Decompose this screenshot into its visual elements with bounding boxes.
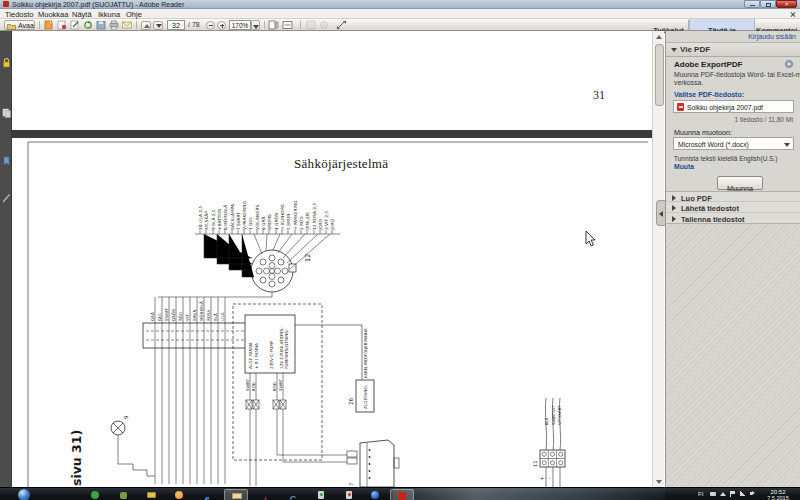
- close-button[interactable]: ×: [776, 0, 797, 8]
- alde-wire-label: SVART: [245, 378, 250, 391]
- alde-panel-26: KABEL MEDFÖLJER PANNA ALDEPANEL 26: [295, 325, 374, 412]
- convert-button[interactable]: Muunna: [717, 176, 763, 190]
- sign-icon[interactable]: [70, 20, 80, 30]
- taskbar-item-media-player[interactable]: [168, 490, 190, 500]
- sign-in-link[interactable]: Kirjaudu sisään: [748, 33, 796, 40]
- tray-network-icon[interactable]: [740, 491, 746, 496]
- tray-volume-icon[interactable]: [750, 491, 755, 496]
- tab-tyokalut[interactable]: Työkalut: [649, 19, 688, 30]
- pin-label: 6 GRÅ: [261, 217, 266, 230]
- vertical-scrollbar[interactable]: [652, 31, 664, 487]
- ocr-note: Tunnista teksti kielellä English(U.S.): [674, 155, 777, 162]
- section-laheta-tiedostot[interactable]: Lähetä tiedostot: [666, 202, 800, 213]
- lamp-9: [111, 421, 155, 476]
- page-number-input[interactable]: 32: [167, 20, 185, 30]
- export-icon[interactable]: [83, 20, 93, 30]
- maximize-button[interactable]: [760, 0, 776, 8]
- title-bar[interactable]: Solkku ohjekirja 2007.pdf (SUOJATTU) - A…: [0, 0, 800, 9]
- page-fit-view-icon[interactable]: [268, 20, 279, 30]
- print-icon[interactable]: [109, 20, 119, 30]
- fullscreen-icon[interactable]: [336, 20, 347, 30]
- format-value: Microsoft Word (*.docx): [678, 141, 749, 148]
- taskbar-item-sphere-app[interactable]: [364, 490, 386, 500]
- scrollbar-thumb[interactable]: [655, 44, 664, 106]
- selected-file-row[interactable]: Solkku ohjekirja 2007.pdf: [673, 100, 794, 113]
- mouse-cursor: [586, 231, 595, 246]
- taskbar-item-phone-update[interactable]: [338, 490, 360, 500]
- security-lock-icon[interactable]: [2, 58, 11, 68]
- pin-label: H-PARKERING: [293, 201, 298, 230]
- open-button[interactable]: Avaa: [4, 20, 35, 30]
- maximize-icon: [766, 3, 771, 7]
- save-icon[interactable]: [96, 20, 106, 30]
- close-icon: ×: [785, 2, 790, 7]
- tray-clock[interactable]: 20:52 7.5.2015: [758, 489, 798, 500]
- scroll-up-button[interactable]: [654, 32, 664, 42]
- document-area[interactable]: 31 Sähköjärjestelmä 12: [12, 31, 652, 487]
- wire-label: BRUN: [192, 310, 197, 321]
- taskbar-item-c-app[interactable]: C: [282, 488, 304, 500]
- tray-language[interactable]: FI: [698, 491, 703, 497]
- taskbar-item-mail[interactable]: [224, 489, 248, 500]
- taskbar-item-music-app[interactable]: ♪: [254, 488, 276, 500]
- zoom-dropdown-button[interactable]: [251, 20, 260, 30]
- pin-label: +BATTERI: [217, 209, 222, 230]
- alde-boiler: ALDE PANNA + B I PANNA 230V C-PUMP 12V C…: [233, 304, 347, 486]
- tray-up-arrow-icon[interactable]: [720, 492, 726, 496]
- minimize-button[interactable]: [744, 0, 760, 8]
- format-select[interactable]: Microsoft Word (*.docx): [673, 137, 794, 150]
- section-tallenna-tiedostot[interactable]: Tallenna tiedostot: [666, 213, 800, 224]
- tab-tayta-ja-allekirjoita[interactable]: Täytä ja allekirjoita: [689, 19, 755, 30]
- send-file-icon[interactable]: [57, 20, 67, 30]
- taskbar-item-internet-explorer[interactable]: e: [196, 488, 218, 500]
- zoom-in-button[interactable]: [217, 21, 226, 30]
- connector-12-id: 12: [304, 254, 312, 262]
- zoom-level-input[interactable]: 170%: [229, 20, 251, 30]
- vie-pdf-header[interactable]: Vie PDF: [666, 43, 800, 57]
- window-title: Solkku ohjekirja 2007.pdf (SUOJATTU) - A…: [12, 0, 184, 9]
- alde-wire-label: RÖD: [251, 382, 256, 391]
- minimize-icon: [750, 5, 755, 6]
- tray-battery-icon[interactable]: [710, 492, 716, 496]
- toolbar: Avaa 32 / 78 170% Työkalut Täytä ja alle…: [0, 19, 800, 31]
- menu-muokkaa[interactable]: Muokkaa: [38, 10, 68, 19]
- pin-label: 8 MÖRKBLÅ: [223, 205, 228, 230]
- disabled-tool-icon-2: [319, 20, 329, 30]
- up-arrow-icon: [144, 24, 150, 28]
- pdf-file-icon: [677, 103, 684, 111]
- section-luo-pdf[interactable]: Luo PDF: [666, 191, 800, 202]
- previous-page-button[interactable]: [141, 21, 151, 30]
- taskbar-item-phone-sync[interactable]: [310, 490, 332, 500]
- tab-kommentoi[interactable]: Kommentoi: [756, 19, 797, 30]
- taskbar-item-explorer[interactable]: [140, 490, 162, 500]
- page-thumbnails-icon[interactable]: [2, 108, 11, 118]
- next-page-button[interactable]: [153, 21, 163, 30]
- taskbar-item-adobe-reader[interactable]: A: [390, 489, 414, 500]
- wire-label: ROSA: [206, 309, 211, 321]
- taskbar-item-utility-app[interactable]: [112, 490, 134, 500]
- alde-wire-label: SVART: [278, 378, 283, 391]
- scroll-down-button[interactable]: [654, 476, 664, 486]
- signature-pen-icon[interactable]: [2, 193, 11, 203]
- menu-tiedosto[interactable]: Tiedosto: [5, 10, 34, 19]
- tray-flag-icon[interactable]: [730, 491, 735, 497]
- alde-line: PUMPANSLUTNING: [284, 330, 289, 369]
- folder-icon: [7, 23, 16, 30]
- alde-line: 230V C-PUMP: [269, 340, 274, 369]
- connector-12: 12: [251, 250, 312, 292]
- change-link[interactable]: Muuta: [674, 163, 694, 170]
- panel-collapse-handle[interactable]: [656, 200, 665, 226]
- bookmarks-icon[interactable]: [2, 156, 11, 166]
- document-close-icon[interactable]: [790, 11, 796, 17]
- pin-label: 2 RÖD: [299, 216, 304, 230]
- taskbar-item-green-app[interactable]: [84, 490, 106, 500]
- menu-ikkuna[interactable]: Ikkuna: [98, 10, 120, 19]
- email-icon[interactable]: [122, 20, 132, 30]
- zoom-out-button[interactable]: [206, 21, 215, 30]
- start-button[interactable]: [18, 489, 30, 500]
- page-width-view-icon[interactable]: [282, 20, 293, 30]
- menu-ohje[interactable]: Ohje: [126, 10, 142, 19]
- pdf-create-icon[interactable]: [44, 20, 54, 30]
- disabled-tool-icon-1: [306, 20, 316, 30]
- menu-nayta[interactable]: Näytä: [72, 10, 92, 19]
